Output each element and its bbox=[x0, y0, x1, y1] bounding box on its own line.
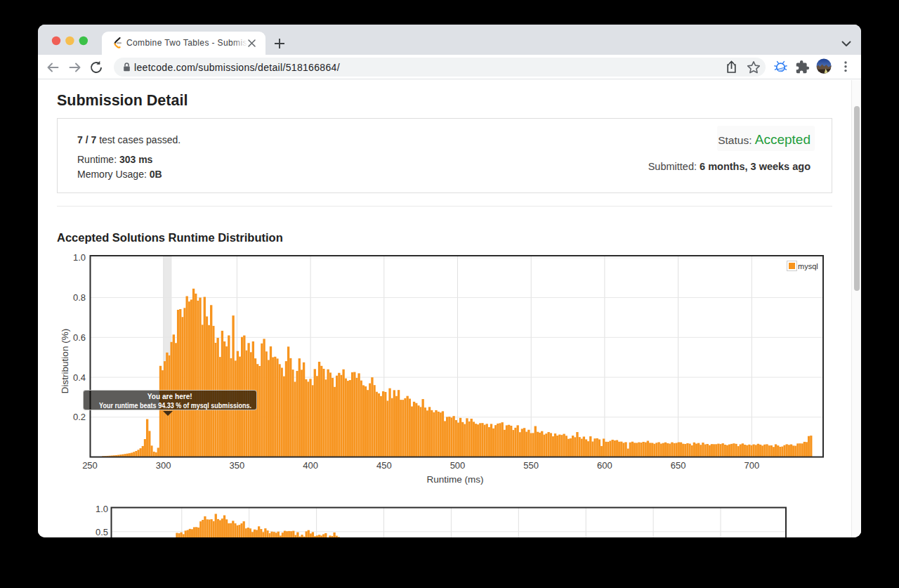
svg-text:0.5: 0.5 bbox=[96, 527, 108, 537]
svg-text:1.0: 1.0 bbox=[96, 504, 108, 514]
